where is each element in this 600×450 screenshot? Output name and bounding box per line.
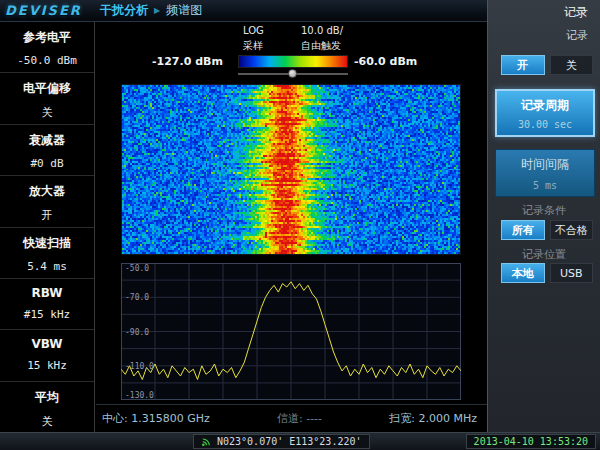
param-label: 快速扫描 bbox=[0, 228, 94, 252]
param-amplifier[interactable]: 放大器 开 bbox=[0, 176, 94, 227]
location-usb-button[interactable]: USB bbox=[550, 263, 594, 283]
param-value: 开 bbox=[0, 208, 94, 223]
scale-info-row: LOG 10.0 dB/ bbox=[243, 25, 343, 36]
svg-text:-130.0: -130.0 bbox=[125, 391, 154, 400]
spectrum-plot: -50.0-70.0-90.0-110.0-130.0 bbox=[121, 263, 461, 400]
param-value: 关 bbox=[0, 414, 94, 429]
gps-coordinates: N023°0.070' E113°23.220' bbox=[217, 436, 362, 447]
param-label: 电平偏移 bbox=[0, 73, 94, 97]
condition-all-button[interactable]: 所有 bbox=[501, 220, 545, 240]
record-period-button[interactable]: 记录周期 30.00 sec bbox=[495, 89, 595, 137]
record-period-value: 30.00 sec bbox=[499, 119, 591, 130]
breadcrumb-arrow-icon: ▶ bbox=[154, 6, 160, 15]
svg-text:-70.0: -70.0 bbox=[125, 293, 149, 302]
color-scale-max: -60.0 dBm bbox=[354, 55, 417, 68]
menu-mode-label: 记录 bbox=[564, 4, 588, 21]
record-location-label: 记录位置 bbox=[488, 247, 600, 262]
center-frequency: 中心: 1.315800 GHz bbox=[102, 411, 210, 430]
gps-readout: N023°0.070' E113°23.220' bbox=[193, 434, 370, 449]
detector-label: 采样 bbox=[243, 39, 301, 53]
condition-fail-button[interactable]: 不合格 bbox=[550, 220, 594, 240]
param-label: RBW bbox=[0, 279, 94, 300]
frequency-footer: 中心: 1.315800 GHz 信道: ---- 扫宽: 2.000 MHz bbox=[96, 404, 487, 430]
datetime-text: 2013-04-10 13:53:20 bbox=[474, 436, 588, 447]
param-level-offset[interactable]: 电平偏移 关 bbox=[0, 73, 94, 124]
color-scale-bar bbox=[238, 55, 348, 68]
status-bar: N023°0.070' E113°23.220' 2013-04-10 13:5… bbox=[0, 432, 600, 450]
param-value: 5.4 ms bbox=[0, 260, 94, 273]
param-fast-sweep[interactable]: 快速扫描 5.4 ms bbox=[0, 228, 94, 279]
scale-slider-knob[interactable] bbox=[288, 69, 297, 78]
record-period-label: 记录周期 bbox=[499, 97, 591, 114]
log-label: LOG bbox=[243, 25, 301, 36]
span-readout: 扫宽: 2.000 MHz bbox=[389, 411, 477, 430]
datetime-readout: 2013-04-10 13:53:20 bbox=[466, 434, 596, 449]
param-vbw[interactable]: VBW 15 kHz bbox=[0, 330, 94, 381]
detector-info-row: 采样 自由触发 bbox=[243, 39, 341, 53]
top-bar: DEVISER 干扰分析 ▶ 频谱图 bbox=[0, 0, 487, 22]
color-scale-min: -127.0 dBm bbox=[152, 55, 223, 68]
param-label: 平均 bbox=[0, 382, 94, 406]
location-local-button[interactable]: 本地 bbox=[501, 263, 545, 283]
menu-group-title: 记录 bbox=[566, 28, 588, 43]
main-display: LOG 10.0 dB/ 采样 自由触发 -127.0 dBm -60.0 dB… bbox=[96, 22, 487, 432]
svg-text:-110.0: -110.0 bbox=[125, 362, 154, 371]
brand-logo: DEVISER bbox=[0, 3, 100, 18]
time-interval-button[interactable]: 时间间隔 5 ms bbox=[495, 149, 595, 197]
param-label: 衰减器 bbox=[0, 125, 94, 149]
page-title-primary: 干扰分析 bbox=[100, 2, 148, 19]
left-parameter-panel: 参考电平 -50.0 dBm 电平偏移 关 衰减器 #0 dB 放大器 开 快速… bbox=[0, 22, 95, 432]
time-interval-value: 5 ms bbox=[498, 180, 592, 191]
param-average[interactable]: 平均 关 bbox=[0, 382, 94, 432]
spectrogram-waterfall bbox=[121, 84, 461, 255]
time-interval-label: 时间间隔 bbox=[498, 156, 592, 173]
param-value: -50.0 dBm bbox=[0, 54, 94, 67]
record-onoff-group: 开 关 bbox=[501, 55, 593, 75]
analyzer-screen: DEVISER 干扰分析 ▶ 频谱图 参考电平 -50.0 dBm 电平偏移 关… bbox=[0, 0, 600, 450]
record-off-button[interactable]: 关 bbox=[550, 55, 594, 75]
gps-icon bbox=[201, 436, 212, 447]
param-value: #15 kHz bbox=[0, 308, 94, 321]
record-condition-group: 所有 不合格 bbox=[501, 220, 593, 240]
param-ref-level[interactable]: 参考电平 -50.0 dBm bbox=[0, 22, 94, 73]
svg-text:-50.0: -50.0 bbox=[125, 264, 149, 273]
channel-readout: 信道: ---- bbox=[277, 411, 322, 430]
param-label: VBW bbox=[0, 330, 94, 351]
record-condition-label: 记录条件 bbox=[488, 203, 600, 218]
record-location-group: 本地 USB bbox=[501, 263, 593, 283]
page-title-secondary: 频谱图 bbox=[166, 2, 202, 19]
param-value: 15 kHz bbox=[0, 359, 94, 372]
param-attenuator[interactable]: 衰减器 #0 dB bbox=[0, 125, 94, 176]
record-on-button[interactable]: 开 bbox=[501, 55, 545, 75]
param-label: 参考电平 bbox=[0, 22, 94, 46]
param-value: #0 dB bbox=[0, 157, 94, 170]
param-rbw[interactable]: RBW #15 kHz bbox=[0, 279, 94, 330]
trigger-label: 自由触发 bbox=[301, 39, 341, 53]
breadcrumb: 干扰分析 ▶ 频谱图 bbox=[100, 2, 202, 19]
param-label: 放大器 bbox=[0, 176, 94, 200]
log-scale-value: 10.0 dB/ bbox=[301, 25, 343, 36]
svg-text:-90.0: -90.0 bbox=[125, 328, 149, 337]
record-menu-panel: 记录 记录 开 关 记录周期 30.00 sec 时间间隔 5 ms 记录条件 … bbox=[487, 0, 600, 432]
param-value: 关 bbox=[0, 105, 94, 120]
